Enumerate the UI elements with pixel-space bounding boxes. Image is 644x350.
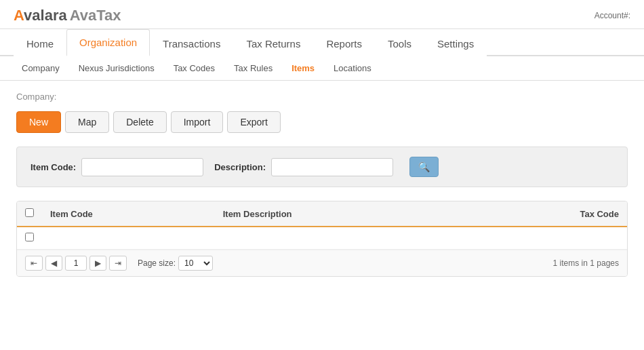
search-button[interactable]: 🔍 bbox=[409, 157, 439, 177]
main-nav: Home Organization Transactions Tax Retur… bbox=[0, 29, 644, 56]
description-label: Description: bbox=[214, 162, 266, 172]
item-code-input[interactable] bbox=[81, 158, 203, 176]
last-page-button[interactable]: ⇥ bbox=[109, 256, 127, 271]
row-item-description bbox=[215, 227, 465, 250]
logo-avatax-text: AvaTax bbox=[70, 7, 121, 24]
nav-tools[interactable]: Tools bbox=[375, 31, 424, 56]
page-size-select[interactable]: 10 25 50 100 bbox=[178, 256, 213, 271]
delete-button[interactable]: Delete bbox=[113, 111, 166, 133]
row-item-code bbox=[42, 227, 215, 250]
prev-page-button[interactable]: ◀ bbox=[45, 256, 62, 271]
item-code-column-header: Item Code bbox=[42, 201, 215, 227]
row-checkbox-cell bbox=[17, 227, 42, 250]
page-info: 1 items in 1 pages bbox=[553, 258, 619, 268]
nav-settings[interactable]: Settings bbox=[424, 31, 487, 56]
subnav-nexus[interactable]: Nexus Jurisdictions bbox=[71, 60, 163, 76]
description-field: Description: bbox=[214, 158, 393, 176]
search-icon: 🔍 bbox=[418, 161, 430, 172]
page-number-input[interactable] bbox=[65, 256, 87, 271]
select-all-checkbox[interactable] bbox=[25, 208, 34, 217]
select-all-header bbox=[17, 201, 42, 227]
row-tax-code bbox=[465, 227, 627, 250]
nav-transactions[interactable]: Transactions bbox=[150, 31, 233, 56]
item-description-column-header: Item Description bbox=[215, 201, 465, 227]
table-header-row: Item Code Item Description Tax Code bbox=[17, 201, 627, 227]
logo-text: Avalara bbox=[14, 7, 67, 24]
next-page-button[interactable]: ▶ bbox=[89, 256, 106, 271]
subnav-locations[interactable]: Locations bbox=[325, 60, 380, 76]
search-area: Item Code: Description: 🔍 bbox=[16, 147, 628, 187]
account-info: Account#: bbox=[595, 11, 630, 20]
items-table-container: Item Code Item Description Tax Code ⇤ bbox=[16, 201, 628, 277]
pagination-bar: ⇤ ◀ ▶ ⇥ Page size: 10 25 50 100 1 items … bbox=[17, 250, 627, 276]
logo-a-letter: A bbox=[14, 7, 24, 24]
first-page-button[interactable]: ⇤ bbox=[25, 256, 43, 271]
nav-tax-returns[interactable]: Tax Returns bbox=[233, 31, 313, 56]
description-input[interactable] bbox=[271, 158, 393, 176]
nav-home[interactable]: Home bbox=[14, 31, 66, 56]
nav-reports[interactable]: Reports bbox=[313, 31, 375, 56]
item-code-label: Item Code: bbox=[31, 162, 76, 172]
page-size-label: Page size: bbox=[138, 258, 176, 268]
action-buttons: New Map Delete Import Export bbox=[16, 111, 628, 133]
subnav-tax-rules[interactable]: Tax Rules bbox=[226, 60, 281, 76]
row-checkbox[interactable] bbox=[25, 233, 34, 241]
export-button[interactable]: Export bbox=[227, 111, 280, 133]
items-table: Item Code Item Description Tax Code bbox=[17, 201, 627, 250]
new-button[interactable]: New bbox=[16, 111, 61, 133]
subnav-items[interactable]: Items bbox=[283, 60, 323, 76]
map-button[interactable]: Map bbox=[65, 111, 109, 133]
subnav-tax-codes[interactable]: Tax Codes bbox=[165, 60, 223, 76]
subnav-company[interactable]: Company bbox=[14, 60, 68, 76]
top-header: Avalara AvaTax Account#: bbox=[0, 0, 644, 29]
company-label: Company: bbox=[16, 92, 628, 102]
import-button[interactable]: Import bbox=[171, 111, 224, 133]
table-row bbox=[17, 227, 627, 250]
nav-organization[interactable]: Organization bbox=[66, 29, 150, 56]
sub-nav: Company Nexus Jurisdictions Tax Codes Ta… bbox=[0, 56, 644, 81]
logo: Avalara AvaTax bbox=[14, 7, 121, 24]
tax-code-column-header: Tax Code bbox=[465, 201, 627, 227]
item-code-field: Item Code: bbox=[31, 158, 203, 176]
content-area: Company: New Map Delete Import Export It… bbox=[0, 81, 644, 288]
